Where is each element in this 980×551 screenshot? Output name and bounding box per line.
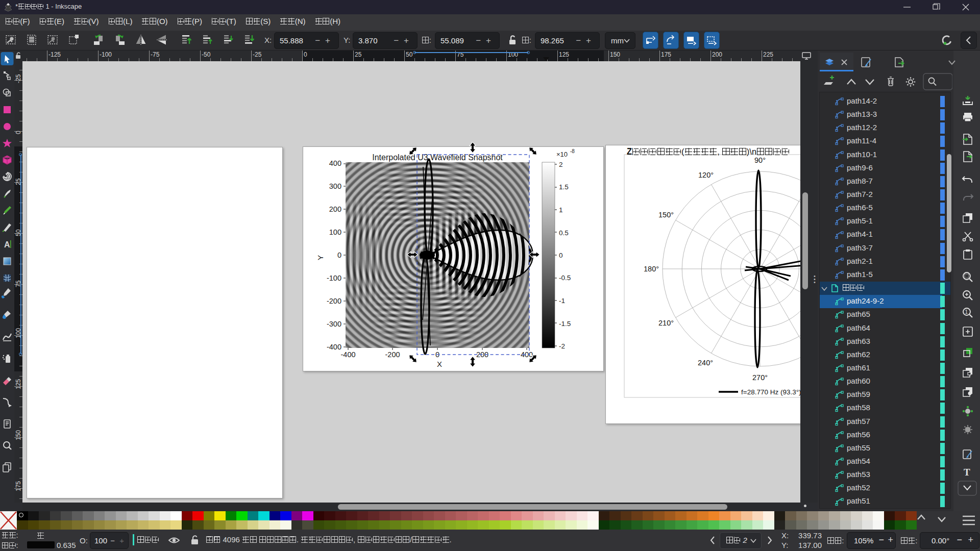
svg-text:-1.5: -1.5 [559, 320, 571, 328]
svg-text:150°: 150° [658, 211, 674, 219]
svg-text:-8: -8 [570, 148, 575, 154]
svg-text:0.5: 0.5 [559, 229, 569, 237]
svg-text:240°: 240° [698, 359, 713, 367]
svg-text:300: 300 [329, 182, 341, 190]
svg-text:0: 0 [559, 252, 563, 259]
svg-text:1.5: 1.5 [559, 183, 569, 191]
svg-text:270°: 270° [752, 373, 768, 382]
svg-text:Y: Y [316, 255, 325, 260]
svg-text:2: 2 [559, 161, 563, 168]
svg-text:X: X [437, 360, 442, 368]
svg-text:180°: 180° [644, 265, 659, 273]
svg-text:0: 0 [337, 251, 341, 259]
svg-text:-400: -400 [327, 343, 341, 351]
svg-text:-200: -200 [327, 297, 341, 305]
svg-text:-200: -200 [385, 350, 400, 359]
svg-text:1: 1 [965, 309, 968, 315]
svg-text:×10: ×10 [556, 151, 568, 158]
svg-text:-100: -100 [327, 274, 341, 282]
svg-text:A: A [4, 240, 10, 249]
svg-text:400: 400 [329, 159, 341, 167]
svg-text:-1: -1 [559, 297, 565, 305]
svg-text:T: T [964, 467, 970, 478]
svg-text:-400: -400 [340, 350, 355, 359]
svg-text:200: 200 [329, 205, 341, 213]
svg-text:210°: 210° [658, 319, 674, 327]
svg-text:-2: -2 [559, 342, 565, 350]
svg-text:90°: 90° [754, 156, 766, 164]
svg-text:120°: 120° [698, 171, 714, 179]
svg-text:-300: -300 [327, 320, 341, 328]
svg-text:100: 100 [329, 228, 341, 236]
svg-text:f=28.770 Hz (93.3°): f=28.770 Hz (93.3°) [741, 388, 800, 396]
svg-text:1: 1 [559, 206, 563, 214]
svg-text:-0.5: -0.5 [559, 274, 571, 282]
